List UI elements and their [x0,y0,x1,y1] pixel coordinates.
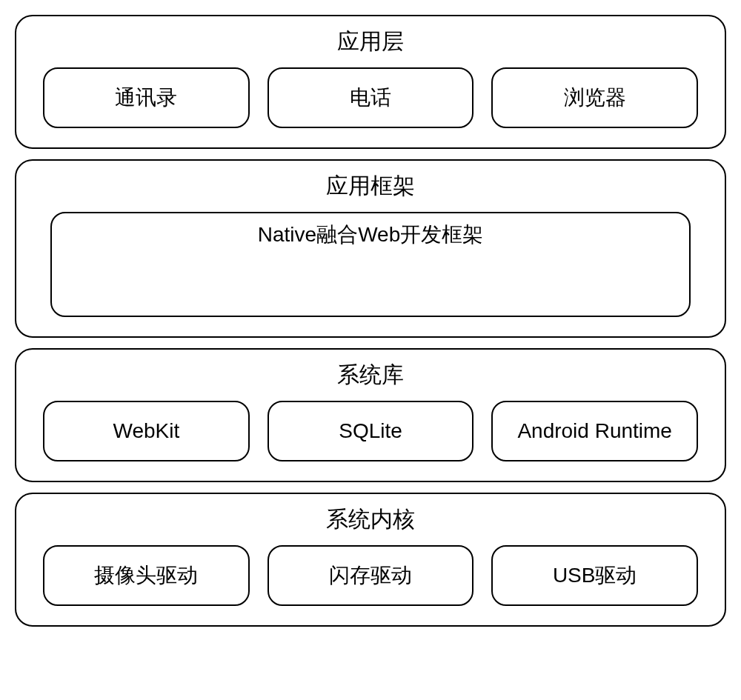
layer-system-libs-row: WebKit SQLite Android Runtime [43,401,698,461]
architecture-stack: 应用层 通讯录 电话 浏览器 应用框架 Native融合Web开发框架 系统库 … [15,15,726,627]
layer-kernel-row: 摄像头驱动 闪存驱动 USB驱动 [43,545,698,606]
layer-application: 应用层 通讯录 电话 浏览器 [15,15,726,149]
cell-camera-driver: 摄像头驱动 [43,545,250,606]
cell-sqlite: SQLite [268,401,474,461]
cell-contacts: 通讯录 [43,67,250,128]
layer-app-framework-row: Native融合Web开发框架 [43,212,698,317]
cell-phone: 电话 [268,67,474,128]
layer-system-libs: 系统库 WebKit SQLite Android Runtime [15,348,726,482]
layer-application-row: 通讯录 电话 浏览器 [43,67,698,128]
layer-kernel-title: 系统内核 [326,504,415,535]
cell-usb-driver: USB驱动 [491,545,698,606]
cell-native-web-framework: Native融合Web开发框架 [50,212,691,317]
layer-system-libs-title: 系统库 [337,360,404,390]
layer-app-framework-title: 应用框架 [326,171,415,201]
layer-kernel: 系统内核 摄像头驱动 闪存驱动 USB驱动 [15,493,726,627]
layer-application-title: 应用层 [337,27,404,57]
cell-browser: 浏览器 [491,67,698,128]
cell-android-runtime: Android Runtime [491,401,698,461]
layer-app-framework: 应用框架 Native融合Web开发框架 [15,159,726,338]
cell-webkit: WebKit [43,401,250,461]
cell-flash-driver: 闪存驱动 [268,545,474,606]
